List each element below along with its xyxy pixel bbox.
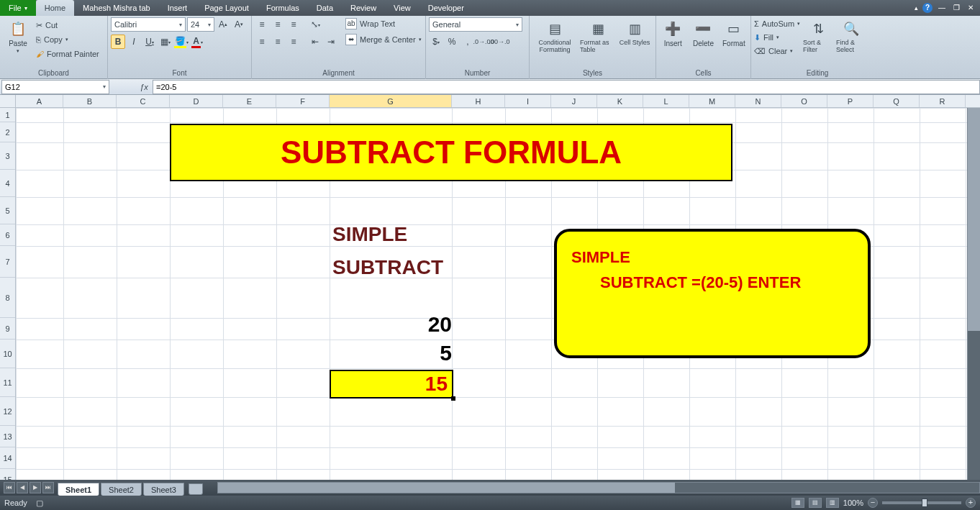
help-icon[interactable]: ? [922,3,933,13]
row-header[interactable]: 15 [0,469,15,480]
italic-button[interactable]: I [127,35,141,49]
normal-view-button[interactable]: ▦ [791,498,804,508]
column-header[interactable]: O [781,95,827,107]
grow-font-button[interactable]: A▴ [216,17,230,32]
format-painter-button[interactable]: 🖌Format Painter [36,47,99,60]
macro-record-icon[interactable]: ▢ [36,498,43,508]
tab-developer[interactable]: Developer [419,0,473,16]
clear-button[interactable]: ⌫Clear▾ [754,45,800,58]
column-header[interactable]: P [827,95,874,107]
column-header[interactable]: A [16,95,63,107]
row-header[interactable]: 6 [0,224,15,246]
tab-view[interactable]: View [385,0,419,16]
percent-format-button[interactable]: % [445,35,459,49]
window-restore-icon[interactable]: ❐ [951,4,961,12]
font-name-select[interactable]: Calibri▾ [111,17,186,32]
row-header[interactable]: 2 [0,122,15,142]
tab-custom[interactable]: Mahesh Mishra tab [74,0,159,16]
file-tab[interactable]: File [0,0,36,16]
row-header[interactable]: 4 [0,170,15,197]
tab-insert[interactable]: Insert [159,0,196,16]
fill-color-button[interactable]: 🪣▾ [174,35,189,49]
tab-home[interactable]: Home [36,0,74,16]
cell-styles-button[interactable]: ▥Cell Styles [619,17,650,47]
tab-data[interactable]: Data [308,0,342,16]
copy-button[interactable]: ⎘Copy▾ [36,33,99,46]
sort-filter-button[interactable]: ⇅Sort & Filter [803,17,833,54]
tab-nav-last[interactable]: ⏭ [42,482,54,493]
row-header[interactable]: 13 [0,426,15,447]
align-middle-button[interactable]: ≡ [271,17,285,32]
increase-indent-button[interactable]: ⇥ [324,35,338,49]
wrap-text-button[interactable]: abWrap Text [345,17,422,30]
zoom-slider[interactable] [882,501,961,504]
row-header[interactable]: 1 [0,108,15,122]
zoom-percent[interactable]: 100% [843,498,863,507]
align-center-button[interactable]: ≡ [271,35,285,49]
row-header[interactable]: 7 [0,246,15,278]
select-all-corner[interactable] [0,95,16,108]
tab-formulas[interactable]: Formulas [258,0,308,16]
tab-page-layout[interactable]: Page Layout [196,0,258,16]
font-color-button[interactable]: A▾ [190,35,204,49]
column-header[interactable]: E [223,95,276,107]
row-header[interactable]: 11 [0,368,15,397]
cut-button[interactable]: ✂Cut [36,19,99,32]
bold-button[interactable]: B [111,35,125,49]
callout-shape[interactable]: SIMPLE SUBTRACT =(20-5) ENTER [554,229,871,358]
row-header[interactable]: 10 [0,340,15,368]
tab-nav-first[interactable]: ⏮ [4,482,15,493]
row-header[interactable]: 5 [0,197,15,224]
number-format-select[interactable]: General▾ [429,17,522,32]
column-header[interactable]: F [276,95,330,107]
horizontal-scrollbar[interactable] [217,482,980,493]
zoom-in-button[interactable]: + [966,498,976,508]
column-header[interactable]: H [452,95,505,107]
page-break-view-button[interactable]: ▥ [826,498,839,508]
align-left-button[interactable]: ≡ [255,35,269,49]
window-close-icon[interactable]: ✕ [966,4,976,12]
column-header[interactable]: M [689,95,735,107]
zoom-out-button[interactable]: − [868,498,878,508]
fill-button[interactable]: ⬇Fill▾ [754,31,800,44]
decrease-decimal-button[interactable]: .00→.0 [492,35,507,49]
column-header[interactable]: J [551,95,597,107]
column-header[interactable]: N [735,95,781,107]
formula-bar[interactable]: =20-5 [153,80,980,94]
merge-center-button[interactable]: ⬌Merge & Center▾ [345,33,422,46]
tab-nav-prev[interactable]: ◀ [17,482,28,493]
column-header[interactable]: B [63,95,117,107]
font-size-select[interactable]: 24▾ [187,17,214,32]
fx-button[interactable]: ƒx [135,83,153,91]
align-right-button[interactable]: ≡ [286,35,301,49]
format-cells-button[interactable]: ▭Format [720,17,748,47]
name-box[interactable]: G12▾ [1,80,109,94]
page-layout-view-button[interactable]: ▤ [809,498,822,508]
find-select-button[interactable]: 🔍Find & Select [836,17,866,54]
row-header[interactable]: 9 [0,318,15,340]
paste-button[interactable]: 📋 Paste▾ [3,17,33,54]
row-header[interactable]: 8 [0,278,15,318]
row-header[interactable]: 3 [0,142,15,170]
sheet-tab-1[interactable]: Sheet1 [58,483,99,496]
orientation-button[interactable]: ⤡▾ [308,17,322,32]
tab-review[interactable]: Review [342,0,385,16]
underline-button[interactable]: U▾ [142,35,157,49]
shrink-font-button[interactable]: A▾ [232,17,246,32]
column-header[interactable]: I [505,95,551,107]
autosum-button[interactable]: ΣAutoSum▾ [754,17,800,30]
conditional-formatting-button[interactable]: ▤Conditional Formatting [532,17,577,54]
delete-cells-button[interactable]: ➖Delete [689,17,717,47]
column-header[interactable]: C [117,95,170,107]
window-minimize-icon[interactable]: — [937,4,947,12]
cell-grid[interactable]: SUBTRACT FORMULA SIMPLE SUBTRACT 20 5 15… [16,108,980,480]
column-header[interactable]: L [643,95,689,107]
column-header[interactable]: Q [874,95,920,107]
column-header[interactable]: K [597,95,643,107]
sheet-tab-2[interactable]: Sheet2 [101,483,142,496]
sheet-tab-3[interactable]: Sheet3 [143,483,184,496]
accounting-format-button[interactable]: $▾ [429,35,443,49]
minimize-ribbon-icon[interactable]: ▴ [915,4,918,12]
border-button[interactable]: ▦▾ [158,35,173,49]
row-header[interactable]: 14 [0,447,15,469]
